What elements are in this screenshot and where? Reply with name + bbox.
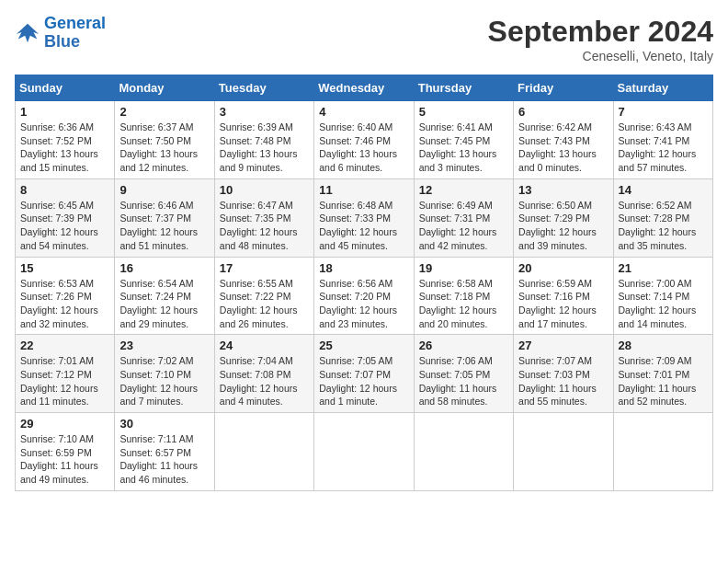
day-info: Sunrise: 7:02 AM Sunset: 7:10 PM Dayligh…	[119, 354, 209, 408]
calendar-cell: 19Sunrise: 6:58 AM Sunset: 7:18 PM Dayli…	[414, 257, 513, 335]
day-number: 16	[119, 261, 209, 275]
calendar-week-row: 8Sunrise: 6:45 AM Sunset: 7:39 PM Daylig…	[16, 178, 713, 257]
day-number: 11	[319, 183, 408, 197]
location-subtitle: Ceneselli, Veneto, Italy	[488, 49, 713, 63]
calendar-header-row: Sunday Monday Tuesday Wednesday Thursday…	[16, 75, 713, 101]
calendar-cell: 12Sunrise: 6:49 AM Sunset: 7:31 PM Dayli…	[414, 178, 513, 257]
day-number: 9	[119, 183, 209, 197]
day-number: 5	[419, 105, 508, 119]
day-number: 13	[518, 183, 608, 197]
day-number: 20	[518, 261, 608, 275]
day-number: 28	[619, 339, 708, 352]
day-info: Sunrise: 6:46 AM Sunset: 7:37 PM Dayligh…	[119, 199, 209, 253]
calendar-cell	[414, 413, 513, 491]
col-thursday: Thursday	[414, 75, 513, 101]
day-info: Sunrise: 7:07 AM Sunset: 7:03 PM Dayligh…	[518, 354, 608, 408]
day-number: 17	[220, 261, 309, 275]
calendar-cell: 18Sunrise: 6:56 AM Sunset: 7:20 PM Dayli…	[314, 257, 414, 335]
day-info: Sunrise: 7:05 AM Sunset: 7:07 PM Dayligh…	[319, 354, 408, 408]
day-info: Sunrise: 6:43 AM Sunset: 7:41 PM Dayligh…	[619, 121, 708, 175]
calendar-cell	[514, 413, 613, 491]
day-number: 25	[319, 339, 408, 352]
day-number: 14	[619, 183, 708, 197]
calendar-cell: 25Sunrise: 7:05 AM Sunset: 7:07 PM Dayli…	[314, 335, 414, 413]
day-number: 22	[20, 339, 109, 352]
day-info: Sunrise: 7:01 AM Sunset: 7:12 PM Dayligh…	[20, 354, 109, 408]
day-number: 3	[220, 105, 309, 119]
calendar-cell: 7Sunrise: 6:43 AM Sunset: 7:41 PM Daylig…	[613, 101, 712, 179]
calendar-cell: 3Sunrise: 6:39 AM Sunset: 7:48 PM Daylig…	[214, 101, 313, 179]
calendar-cell: 27Sunrise: 7:07 AM Sunset: 7:03 PM Dayli…	[514, 335, 613, 413]
day-info: Sunrise: 6:47 AM Sunset: 7:35 PM Dayligh…	[220, 199, 309, 253]
calendar-cell: 29Sunrise: 7:10 AM Sunset: 6:59 PM Dayli…	[16, 413, 115, 491]
day-number: 10	[220, 183, 309, 197]
calendar-cell: 5Sunrise: 6:41 AM Sunset: 7:45 PM Daylig…	[414, 101, 513, 179]
day-info: Sunrise: 6:56 AM Sunset: 7:20 PM Dayligh…	[319, 277, 408, 331]
day-info: Sunrise: 6:59 AM Sunset: 7:16 PM Dayligh…	[518, 277, 608, 331]
day-info: Sunrise: 6:49 AM Sunset: 7:31 PM Dayligh…	[419, 199, 508, 253]
calendar-cell: 15Sunrise: 6:53 AM Sunset: 7:26 PM Dayli…	[16, 257, 115, 335]
col-wednesday: Wednesday	[314, 75, 414, 101]
day-info: Sunrise: 7:06 AM Sunset: 7:05 PM Dayligh…	[419, 354, 508, 408]
logo-icon	[15, 20, 40, 46]
col-tuesday: Tuesday	[214, 75, 313, 101]
calendar-cell: 16Sunrise: 6:54 AM Sunset: 7:24 PM Dayli…	[115, 257, 214, 335]
calendar-cell: 22Sunrise: 7:01 AM Sunset: 7:12 PM Dayli…	[16, 335, 115, 413]
day-info: Sunrise: 6:53 AM Sunset: 7:26 PM Dayligh…	[20, 277, 109, 331]
day-number: 30	[119, 417, 209, 431]
day-number: 26	[419, 339, 508, 352]
day-number: 6	[518, 105, 608, 119]
logo-text: General Blue	[44, 15, 106, 52]
calendar-cell: 8Sunrise: 6:45 AM Sunset: 7:39 PM Daylig…	[16, 178, 115, 257]
day-info: Sunrise: 6:50 AM Sunset: 7:29 PM Dayligh…	[518, 199, 608, 253]
calendar-cell: 24Sunrise: 7:04 AM Sunset: 7:08 PM Dayli…	[214, 335, 313, 413]
day-number: 29	[20, 417, 109, 431]
day-info: Sunrise: 6:40 AM Sunset: 7:46 PM Dayligh…	[319, 121, 408, 175]
day-info: Sunrise: 7:09 AM Sunset: 7:01 PM Dayligh…	[619, 354, 708, 408]
day-info: Sunrise: 6:37 AM Sunset: 7:50 PM Dayligh…	[119, 121, 209, 175]
day-info: Sunrise: 6:45 AM Sunset: 7:39 PM Dayligh…	[20, 199, 109, 253]
calendar-cell: 21Sunrise: 7:00 AM Sunset: 7:14 PM Dayli…	[613, 257, 712, 335]
day-info: Sunrise: 6:55 AM Sunset: 7:22 PM Dayligh…	[220, 277, 309, 331]
calendar-body: 1Sunrise: 6:36 AM Sunset: 7:52 PM Daylig…	[16, 101, 713, 491]
calendar-cell: 6Sunrise: 6:42 AM Sunset: 7:43 PM Daylig…	[514, 101, 613, 179]
day-info: Sunrise: 6:36 AM Sunset: 7:52 PM Dayligh…	[20, 121, 109, 175]
calendar-week-row: 15Sunrise: 6:53 AM Sunset: 7:26 PM Dayli…	[16, 257, 713, 335]
calendar-cell	[214, 413, 313, 491]
day-number: 18	[319, 261, 408, 275]
day-info: Sunrise: 7:04 AM Sunset: 7:08 PM Dayligh…	[220, 354, 309, 408]
calendar-cell: 26Sunrise: 7:06 AM Sunset: 7:05 PM Dayli…	[414, 335, 513, 413]
day-info: Sunrise: 6:48 AM Sunset: 7:33 PM Dayligh…	[319, 199, 408, 253]
day-number: 24	[220, 339, 309, 352]
calendar-table: Sunday Monday Tuesday Wednesday Thursday…	[15, 75, 713, 491]
col-sunday: Sunday	[16, 75, 115, 101]
day-number: 7	[619, 105, 708, 119]
calendar-cell: 1Sunrise: 6:36 AM Sunset: 7:52 PM Daylig…	[16, 101, 115, 179]
calendar-cell: 4Sunrise: 6:40 AM Sunset: 7:46 PM Daylig…	[314, 101, 414, 179]
day-info: Sunrise: 6:58 AM Sunset: 7:18 PM Dayligh…	[419, 277, 508, 331]
day-number: 12	[419, 183, 508, 197]
day-number: 15	[20, 261, 109, 275]
calendar-cell: 14Sunrise: 6:52 AM Sunset: 7:28 PM Dayli…	[613, 178, 712, 257]
day-number: 2	[119, 105, 209, 119]
col-saturday: Saturday	[613, 75, 712, 101]
title-block: September 2024 Ceneselli, Veneto, Italy	[488, 15, 713, 63]
calendar-cell	[314, 413, 414, 491]
day-info: Sunrise: 7:11 AM Sunset: 6:57 PM Dayligh…	[119, 432, 209, 487]
calendar-week-row: 29Sunrise: 7:10 AM Sunset: 6:59 PM Dayli…	[16, 413, 713, 491]
calendar-cell: 28Sunrise: 7:09 AM Sunset: 7:01 PM Dayli…	[613, 335, 712, 413]
day-number: 1	[20, 105, 109, 119]
page-header: General Blue September 2024 Ceneselli, V…	[15, 15, 713, 63]
day-info: Sunrise: 6:54 AM Sunset: 7:24 PM Dayligh…	[119, 277, 209, 331]
svg-marker-0	[17, 24, 39, 43]
day-info: Sunrise: 6:39 AM Sunset: 7:48 PM Dayligh…	[220, 121, 309, 175]
calendar-cell: 20Sunrise: 6:59 AM Sunset: 7:16 PM Dayli…	[514, 257, 613, 335]
day-number: 23	[119, 339, 209, 352]
calendar-cell: 9Sunrise: 6:46 AM Sunset: 7:37 PM Daylig…	[115, 178, 214, 257]
day-info: Sunrise: 7:00 AM Sunset: 7:14 PM Dayligh…	[619, 277, 708, 331]
day-info: Sunrise: 6:52 AM Sunset: 7:28 PM Dayligh…	[619, 199, 708, 253]
calendar-cell: 23Sunrise: 7:02 AM Sunset: 7:10 PM Dayli…	[115, 335, 214, 413]
calendar-cell: 10Sunrise: 6:47 AM Sunset: 7:35 PM Dayli…	[214, 178, 313, 257]
calendar-cell: 2Sunrise: 6:37 AM Sunset: 7:50 PM Daylig…	[115, 101, 214, 179]
month-title: September 2024	[488, 15, 713, 49]
